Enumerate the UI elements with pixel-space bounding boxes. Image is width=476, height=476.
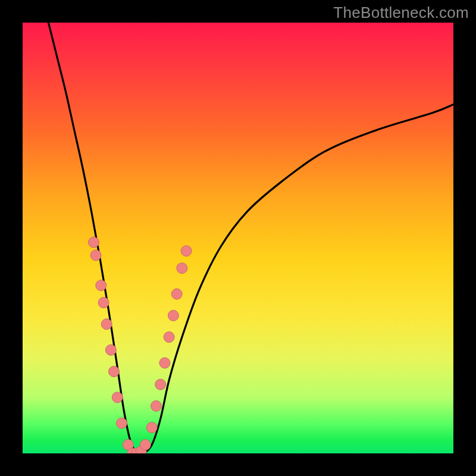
bottleneck-curve xyxy=(48,23,453,453)
data-marker xyxy=(140,440,151,450)
data-marker xyxy=(88,237,99,248)
data-marker xyxy=(101,319,112,330)
data-marker xyxy=(168,310,178,321)
data-marker xyxy=(151,400,161,411)
data-marker xyxy=(127,448,138,453)
data-marker xyxy=(146,422,157,433)
data-marker xyxy=(98,298,109,308)
data-marker xyxy=(105,345,116,355)
chart-frame: TheBottleneck.com xyxy=(0,0,476,476)
data-marker xyxy=(90,250,101,261)
curve-svg xyxy=(23,23,453,453)
watermark-text: TheBottleneck.com xyxy=(333,4,469,22)
data-marker xyxy=(164,332,174,343)
data-marker xyxy=(171,289,182,299)
data-marker xyxy=(117,418,127,428)
data-marker xyxy=(108,366,119,377)
data-marker xyxy=(112,392,123,403)
data-marker xyxy=(123,440,133,450)
data-marker xyxy=(177,263,187,274)
chart-plot-area xyxy=(23,23,453,453)
data-marker xyxy=(181,246,192,256)
data-marker xyxy=(131,448,142,453)
data-marker xyxy=(155,379,166,390)
data-marker xyxy=(159,358,170,368)
data-marker xyxy=(96,280,107,291)
data-marker xyxy=(136,446,146,453)
